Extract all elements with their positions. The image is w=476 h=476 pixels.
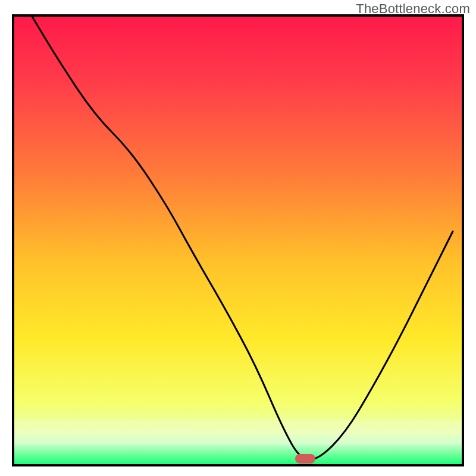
- gradient-background: [14, 17, 462, 464]
- watermark-text: TheBottleneck.com: [356, 1, 470, 17]
- plot-svg: [14, 17, 462, 464]
- optimal-marker: [295, 454, 315, 464]
- plot-frame: [12, 14, 464, 466]
- pale-band: [14, 419, 462, 444]
- chart-container: TheBottleneck.com: [0, 0, 476, 476]
